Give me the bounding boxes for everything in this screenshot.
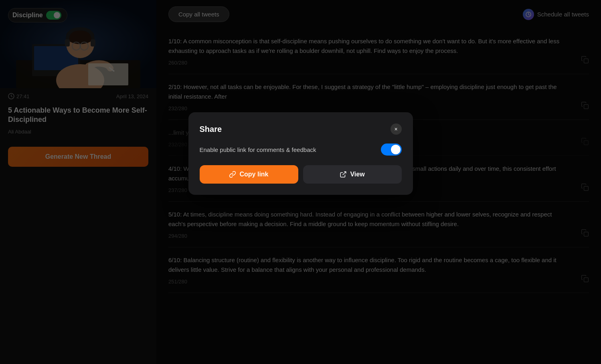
svg-line-24: [343, 172, 346, 175]
modal-enable-row: Enable public link for comments & feedba…: [200, 144, 402, 156]
copy-link-label: Copy link: [239, 171, 268, 178]
modal-header: Share ×: [200, 123, 402, 135]
enable-label: Enable public link for comments & feedba…: [200, 146, 316, 153]
copy-link-button[interactable]: Copy link: [200, 165, 298, 184]
modal-close-button[interactable]: ×: [391, 123, 402, 135]
view-label: View: [350, 171, 364, 178]
share-modal: Share × Enable public link for comments …: [188, 112, 413, 195]
modal-title: Share: [200, 125, 222, 134]
view-button[interactable]: View: [303, 165, 402, 184]
modal-overlay[interactable]: Share × Enable public link for comments …: [0, 0, 601, 364]
external-link-icon: [340, 171, 347, 178]
link-icon: [229, 171, 236, 178]
modal-actions: Copy link View: [200, 165, 402, 184]
public-link-toggle[interactable]: [381, 144, 402, 156]
